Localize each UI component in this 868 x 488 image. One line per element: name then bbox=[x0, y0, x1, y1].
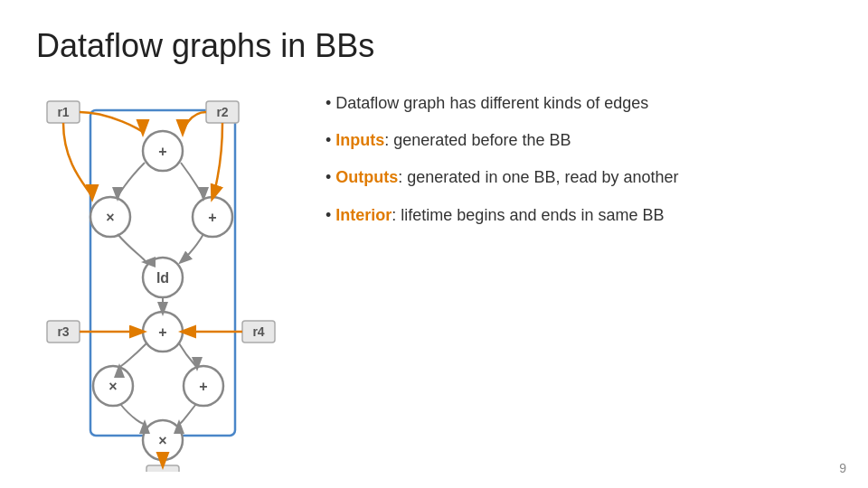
content-area: r1 r2 + × + ld r3 bbox=[36, 83, 832, 463]
r1-label: r1 bbox=[57, 105, 69, 119]
bullet-1: • Dataflow graph has different kinds of … bbox=[326, 92, 832, 115]
svg-text:+: + bbox=[208, 210, 216, 225]
r2-label: r2 bbox=[216, 105, 228, 119]
graph-area: r1 r2 + × + ld r3 bbox=[36, 83, 289, 463]
svg-text:ld: ld bbox=[156, 270, 169, 286]
svg-text:×: × bbox=[158, 433, 166, 448]
dataflow-graph: r1 r2 + × + ld r3 bbox=[36, 83, 289, 472]
slide-title: Dataflow graphs in BBs bbox=[36, 27, 832, 65]
slide: Dataflow graphs in BBs bbox=[0, 0, 868, 488]
svg-text:+: + bbox=[158, 144, 166, 159]
r4-label: r4 bbox=[252, 324, 264, 339]
bullets-section: • Dataflow graph has different kinds of … bbox=[326, 83, 832, 241]
r3-label: r3 bbox=[57, 324, 69, 339]
svg-text:×: × bbox=[108, 379, 117, 394]
svg-text:×: × bbox=[106, 210, 114, 225]
page-number: 9 bbox=[839, 461, 846, 475]
bullet-2: • Inputs: generated before the BB bbox=[326, 129, 832, 152]
bullet-4: • Interior: lifetime begins and ends in … bbox=[326, 204, 832, 227]
svg-text:+: + bbox=[158, 324, 166, 340]
r5-label: r5 bbox=[156, 469, 168, 472]
bullet-3: • Outputs: generated in one BB, read by … bbox=[326, 166, 832, 189]
svg-text:+: + bbox=[199, 379, 207, 394]
